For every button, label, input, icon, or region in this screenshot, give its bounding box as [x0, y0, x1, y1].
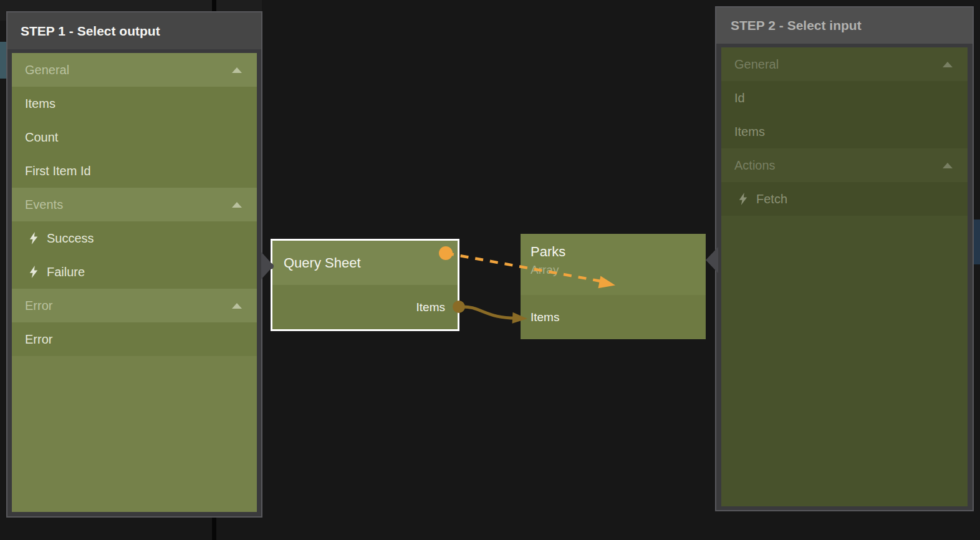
row-label: Events: [25, 198, 63, 212]
row-label: Fetch: [756, 192, 787, 206]
row-label: Count: [25, 130, 58, 145]
step1-panel-title: STEP 1 - Select output: [7, 12, 261, 49]
mapping-canvas: STEP 1 - Select output General Items Cou…: [0, 0, 980, 540]
node-query-sheet-title: Query Sheet: [284, 255, 361, 271]
node-parks-title: Parks: [531, 244, 706, 260]
chevron-up-icon: [943, 62, 953, 67]
connection-solid-line[interactable]: [461, 307, 520, 318]
step1-header-events[interactable]: Events: [12, 188, 257, 221]
step1-item-error[interactable]: Error: [12, 322, 257, 356]
node-parks-subtitle: Array: [531, 263, 706, 277]
node-parks[interactable]: Parks Array Items: [521, 234, 706, 339]
row-label: First Item Id: [25, 164, 91, 178]
step2-header-general[interactable]: General: [721, 47, 968, 81]
step1-panel-list: General Items Count First Item Id Events…: [12, 53, 257, 512]
output-port-label-items: Items: [416, 301, 445, 314]
step1-header-general[interactable]: General: [12, 53, 257, 87]
step2-panel-list: General Id Items Actions Fetch: [721, 47, 968, 506]
lightning-icon: [29, 232, 38, 244]
input-port-label-items: Items: [531, 311, 559, 324]
lightning-icon: [29, 266, 38, 278]
right-edge-accent: [974, 219, 980, 264]
step1-panel: STEP 1 - Select output General Items Cou…: [7, 12, 261, 516]
node-query-sheet-output-row[interactable]: Items: [272, 285, 458, 329]
node-query-sheet[interactable]: Query Sheet Items: [271, 239, 459, 331]
node-parks-input-row[interactable]: Items: [521, 295, 706, 339]
step1-item-success[interactable]: Success: [12, 221, 257, 255]
step2-item-id[interactable]: Id: [721, 81, 968, 115]
step2-header-actions[interactable]: Actions: [721, 148, 968, 182]
step1-item-failure[interactable]: Failure: [12, 255, 257, 289]
row-label: Error: [25, 299, 52, 313]
row-label: Items: [734, 125, 765, 139]
step2-item-fetch[interactable]: Fetch: [721, 182, 968, 216]
row-label: Error: [25, 332, 52, 347]
step1-header-error[interactable]: Error: [12, 289, 257, 322]
row-label: Failure: [47, 265, 85, 279]
row-label: Success: [47, 231, 94, 246]
chevron-up-icon: [232, 67, 242, 73]
left-edge-accent: [0, 42, 7, 79]
row-label: Id: [734, 91, 745, 105]
node-query-sheet-header: Query Sheet: [272, 241, 458, 285]
step1-item-items[interactable]: Items: [12, 87, 257, 120]
step1-item-count[interactable]: Count: [12, 120, 257, 154]
step2-panel-title: STEP 2 - Select input: [716, 7, 973, 44]
row-label: General: [25, 63, 69, 77]
step2-panel: STEP 2 - Select input General Id Items A…: [716, 7, 973, 510]
chevron-up-icon: [232, 202, 242, 208]
row-label: Actions: [734, 158, 776, 173]
node-parks-header: Parks Array: [521, 234, 706, 295]
lightning-icon: [739, 193, 747, 205]
chevron-up-icon: [943, 163, 953, 168]
step1-item-first-item-id[interactable]: First Item Id: [12, 154, 257, 188]
row-label: Items: [25, 97, 55, 111]
chevron-up-icon: [232, 303, 242, 309]
row-label: General: [734, 57, 779, 72]
step2-item-items[interactable]: Items: [721, 115, 968, 148]
